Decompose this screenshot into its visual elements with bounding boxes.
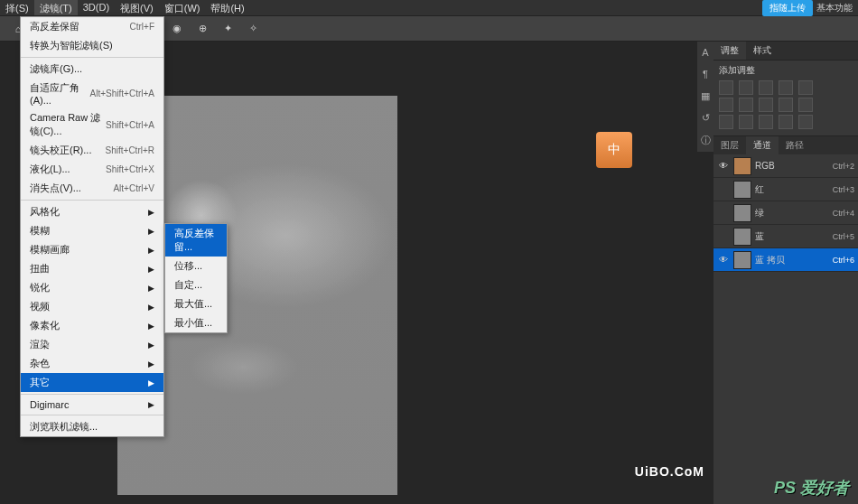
filter-item[interactable]: 镜头校正(R)...Shift+Ctrl+R xyxy=(21,141,163,160)
other-submenu: 高反差保留...位移...自定...最大值...最小值... xyxy=(164,223,228,333)
channel-shortcut: Ctrl+3 xyxy=(833,185,854,194)
channel-row[interactable]: 绿Ctrl+4 xyxy=(713,201,858,225)
filter-item[interactable]: 高反差保留Ctrl+F xyxy=(21,17,163,36)
channel-name: 蓝 拷贝 xyxy=(755,254,833,266)
menu-5[interactable]: 帮助(H) xyxy=(205,0,249,15)
channel-tab[interactable]: 图层 xyxy=(713,136,746,154)
channel-row[interactable]: 👁蓝 拷贝Ctrl+6 xyxy=(713,248,858,272)
levels-icon[interactable] xyxy=(739,80,753,95)
menu-2[interactable]: 3D(D) xyxy=(78,0,115,15)
filter-item[interactable]: 像素化▶ xyxy=(21,316,163,335)
filter-item[interactable]: 模糊▶ xyxy=(21,221,163,240)
posterize-icon[interactable] xyxy=(739,115,753,129)
history-panel-icon[interactable]: ↺ xyxy=(699,112,712,125)
info-panel-icon[interactable]: ⓘ xyxy=(699,134,712,146)
visibility-icon[interactable]: 👁 xyxy=(717,161,730,171)
gradient-map-icon[interactable] xyxy=(779,115,793,129)
channel-shortcut: Ctrl+2 xyxy=(833,162,854,171)
channel-shortcut: Ctrl+6 xyxy=(833,256,854,265)
filter-item[interactable]: 浏览联机滤镜... xyxy=(21,417,163,436)
submenu-item[interactable]: 最小值... xyxy=(165,313,227,332)
photo-filter-icon[interactable] xyxy=(779,98,793,112)
3d-tool-2-icon[interactable]: ⊕ xyxy=(193,20,211,38)
channel-tab[interactable]: 路径 xyxy=(779,136,811,154)
3d-tool-1-icon[interactable]: ◉ xyxy=(168,20,186,38)
adjustments-panel: 添加调整 xyxy=(713,61,858,136)
adjustments-title: 添加调整 xyxy=(719,64,853,77)
visibility-icon[interactable]: 👁 xyxy=(717,255,730,265)
menu-0[interactable]: 择(S) xyxy=(0,0,34,15)
workspace-switcher: 指随上传 基本功能 xyxy=(762,0,858,16)
filter-item[interactable]: 风格化▶ xyxy=(21,202,163,221)
channel-row[interactable]: 👁RGBCtrl+2 xyxy=(713,154,858,178)
channel-name: 绿 xyxy=(755,207,833,219)
right-panel-group: 调整样式 添加调整 xyxy=(713,42,858,504)
channel-tab[interactable]: 通道 xyxy=(746,136,779,154)
filter-item[interactable]: 模糊画廊▶ xyxy=(21,240,163,259)
brightness-icon[interactable] xyxy=(719,80,733,95)
filter-item[interactable]: 滤镜库(G)... xyxy=(21,60,163,79)
filter-item[interactable]: Digimarc▶ xyxy=(21,397,163,413)
channels-tabs: 图层通道路径 xyxy=(713,136,858,154)
swatches-panel-icon[interactable]: ▦ xyxy=(699,90,712,103)
filter-item[interactable]: 视频▶ xyxy=(21,297,163,316)
filter-item[interactable]: 消失点(V)...Alt+Ctrl+V xyxy=(21,179,163,198)
channel-thumb xyxy=(733,181,751,199)
filter-item[interactable]: Camera Raw 滤镜(C)...Shift+Ctrl+A xyxy=(21,108,163,141)
invert-icon[interactable] xyxy=(719,115,733,129)
3d-tool-3-icon[interactable]: ✦ xyxy=(219,20,237,38)
channel-name: 蓝 xyxy=(755,230,833,243)
menu-1[interactable]: 滤镜(T) xyxy=(34,0,78,15)
channel-shortcut: Ctrl+4 xyxy=(833,209,854,218)
channel-shortcut: Ctrl+5 xyxy=(833,232,854,241)
submenu-item[interactable]: 最大值... xyxy=(165,294,227,313)
panel-tab[interactable]: 调整 xyxy=(713,42,746,60)
workspace-label[interactable]: 基本功能 xyxy=(816,2,858,14)
watermark-text: PS 爱好者 xyxy=(774,477,849,499)
submenu-item[interactable]: 高反差保留... xyxy=(165,224,227,257)
panel-tab[interactable]: 样式 xyxy=(746,42,779,60)
filter-item[interactable]: 锐化▶ xyxy=(21,278,163,297)
paragraph-panel-icon[interactable]: ¶ xyxy=(699,69,712,81)
channel-mixer-icon[interactable] xyxy=(798,98,813,112)
channel-thumb xyxy=(733,228,751,246)
filter-item[interactable]: 渲染▶ xyxy=(21,335,163,354)
menu-4[interactable]: 窗口(W) xyxy=(159,0,206,15)
type-panel-icon[interactable]: A xyxy=(699,47,712,60)
filter-item[interactable]: 杂色▶ xyxy=(21,354,163,373)
channel-thumb xyxy=(733,251,751,269)
channel-thumb xyxy=(733,157,751,175)
submenu-item[interactable]: 位移... xyxy=(165,257,227,275)
menubar: 择(S)滤镜(T)3D(D)视图(V)窗口(W)帮助(H) xyxy=(0,0,858,16)
channel-thumb xyxy=(733,204,751,222)
cloud-upload-button[interactable]: 指随上传 xyxy=(762,0,813,16)
selective-color-icon[interactable] xyxy=(798,115,813,129)
filter-item[interactable]: 液化(L)...Shift+Ctrl+X xyxy=(21,160,163,179)
ime-badge[interactable]: 中 xyxy=(596,132,632,168)
watermark-url: UiBO.CoM xyxy=(635,464,704,479)
menu-3[interactable]: 视图(V) xyxy=(115,0,159,15)
threshold-icon[interactable] xyxy=(759,115,773,129)
collapsed-panels: A ¶ ▦ ↺ ⓘ xyxy=(697,42,713,152)
filter-menu: 高反差保留Ctrl+F转换为智能滤镜(S)滤镜库(G)...自适应广角(A)..… xyxy=(20,16,164,437)
filter-item[interactable]: 扭曲▶ xyxy=(21,259,163,278)
adjustments-tabs: 调整样式 xyxy=(713,42,858,61)
channel-name: RGB xyxy=(755,161,833,171)
channel-name: 红 xyxy=(755,183,833,196)
channels-panel: 图层通道路径 👁RGBCtrl+2红Ctrl+3绿Ctrl+4蓝Ctrl+5👁蓝… xyxy=(713,136,858,504)
filter-item[interactable]: 转换为智能滤镜(S) xyxy=(21,36,163,55)
bw-icon[interactable] xyxy=(759,98,773,112)
vibrance-icon[interactable] xyxy=(798,80,813,95)
exposure-icon[interactable] xyxy=(779,80,793,95)
filter-item[interactable]: 其它▶ xyxy=(21,373,163,392)
curves-icon[interactable] xyxy=(759,80,773,95)
channel-row[interactable]: 红Ctrl+3 xyxy=(713,178,858,201)
channel-row[interactable]: 蓝Ctrl+5 xyxy=(713,225,858,248)
3d-tool-4-icon[interactable]: ✧ xyxy=(244,20,262,38)
hue-icon[interactable] xyxy=(719,98,733,112)
filter-item[interactable]: 自适应广角(A)...Alt+Shift+Ctrl+A xyxy=(21,79,163,108)
color-balance-icon[interactable] xyxy=(739,98,753,112)
submenu-item[interactable]: 自定... xyxy=(165,275,227,294)
